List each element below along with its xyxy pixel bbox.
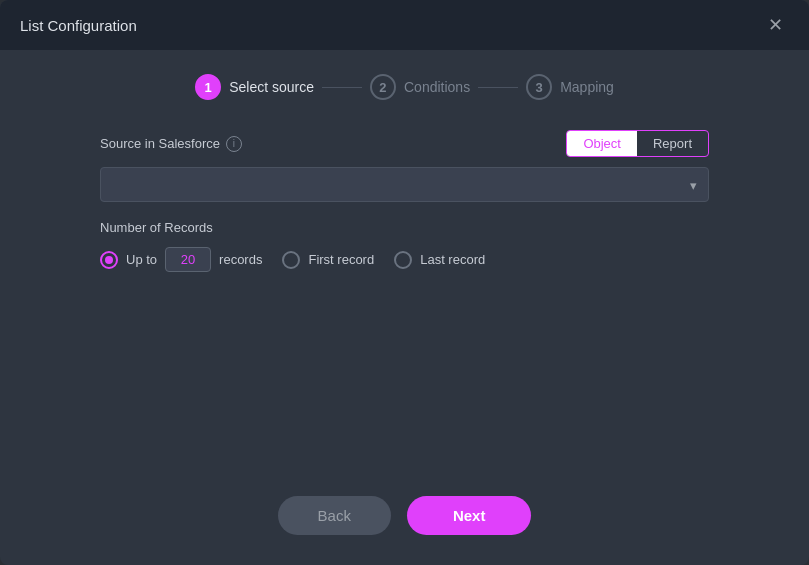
upto-suffix-label: records [219,252,262,267]
first-record-label: First record [308,252,374,267]
info-icon: i [226,136,242,152]
last-record-radio[interactable] [394,251,412,269]
step-divider-1 [322,87,362,88]
step-2-label: Conditions [404,79,470,95]
last-record-label: Last record [420,252,485,267]
step-1-label: Select source [229,79,314,95]
last-record-radio-item[interactable]: Last record [394,251,485,269]
first-record-radio-item[interactable]: First record [282,251,374,269]
upto-radio-item[interactable]: Up to records [100,247,262,272]
source-select-wrapper: ▾ [100,167,709,202]
step-1-circle: 1 [195,74,221,100]
next-button[interactable]: Next [407,496,532,535]
step-divider-2 [478,87,518,88]
step-3: 3 Mapping [526,74,614,100]
first-record-radio[interactable] [282,251,300,269]
stepper: 1 Select source 2 Conditions 3 Mapping [0,50,809,120]
report-toggle-button[interactable]: Report [637,131,708,156]
step-2: 2 Conditions [370,74,470,100]
step-3-label: Mapping [560,79,614,95]
close-button[interactable]: ✕ [762,14,789,36]
modal-body: Source in Salesforce i Object Report ▾ N… [0,120,809,476]
source-section: Source in Salesforce i Object Report ▾ [100,130,709,202]
upto-number-input[interactable] [165,247,211,272]
upto-prefix-label: Up to [126,252,157,267]
source-select[interactable] [100,167,709,202]
back-button[interactable]: Back [278,496,391,535]
step-2-circle: 2 [370,74,396,100]
upto-radio[interactable] [100,251,118,269]
source-label-row: Source in Salesforce i Object Report [100,130,709,157]
modal-footer: Back Next [0,476,809,565]
source-label: Source in Salesforce i [100,136,242,152]
step-3-circle: 3 [526,74,552,100]
records-section: Number of Records Up to records First re… [100,220,709,272]
object-toggle-button[interactable]: Object [567,131,637,156]
list-configuration-modal: List Configuration ✕ 1 Select source 2 C… [0,0,809,565]
records-label: Number of Records [100,220,709,235]
modal-header: List Configuration ✕ [0,0,809,50]
step-1: 1 Select source [195,74,314,100]
radio-group: Up to records First record Last record [100,247,709,272]
object-report-toggle: Object Report [566,130,709,157]
modal-title: List Configuration [20,17,137,34]
